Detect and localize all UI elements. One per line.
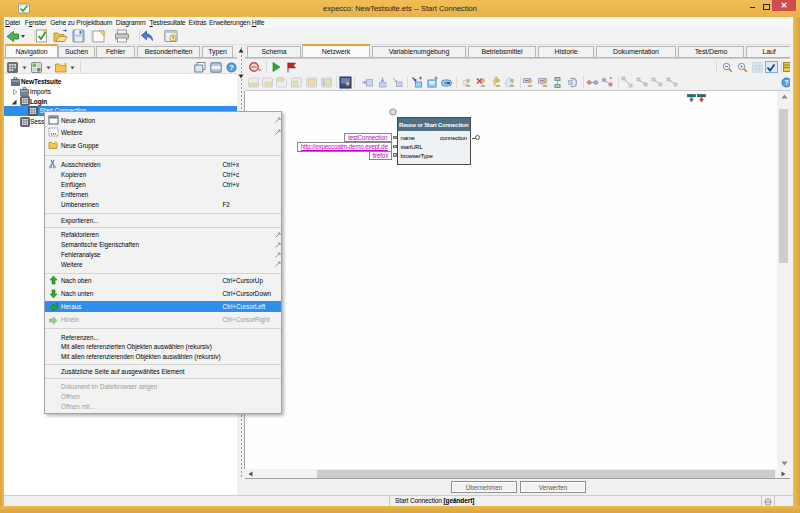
svg-text:?: ? — [229, 63, 234, 72]
svg-text:?: ? — [784, 78, 789, 87]
